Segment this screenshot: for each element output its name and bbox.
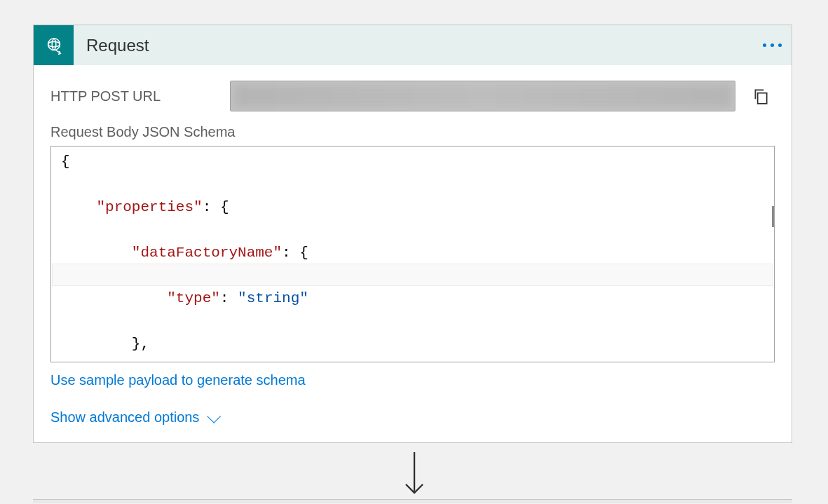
- redacted-url: [233, 84, 732, 108]
- use-sample-payload-link[interactable]: Use sample payload to generate schema: [50, 372, 306, 388]
- card-header[interactable]: Request: [34, 25, 792, 65]
- copy-icon: [752, 87, 770, 105]
- svg-point-1: [48, 41, 60, 47]
- svg-rect-2: [758, 93, 767, 104]
- http-post-url-field[interactable]: [230, 81, 735, 111]
- svg-point-0: [48, 38, 60, 50]
- flow-connector-arrow: [400, 452, 429, 501]
- chevron-down-icon: [208, 409, 222, 423]
- http-post-url-label: HTTP POST URL: [50, 88, 219, 104]
- schema-editor[interactable]: { "properties": { "dataFactoryName": { "…: [50, 146, 775, 362]
- show-advanced-options-label: Show advanced options: [50, 409, 199, 425]
- card-menu-button[interactable]: [752, 43, 792, 47]
- show-advanced-options-toggle[interactable]: Show advanced options: [50, 409, 217, 425]
- schema-code[interactable]: { "properties": { "dataFactoryName": { "…: [61, 151, 774, 362]
- request-trigger-icon: [34, 25, 74, 65]
- card-body: HTTP POST URL Request Body JSON Schema {…: [34, 65, 792, 442]
- copy-url-button[interactable]: [747, 82, 775, 110]
- next-card-peek: [33, 499, 792, 503]
- request-card: Request HTTP POST URL Request Body JSON …: [33, 25, 792, 443]
- schema-label: Request Body JSON Schema: [50, 124, 775, 140]
- card-title[interactable]: Request: [74, 36, 752, 55]
